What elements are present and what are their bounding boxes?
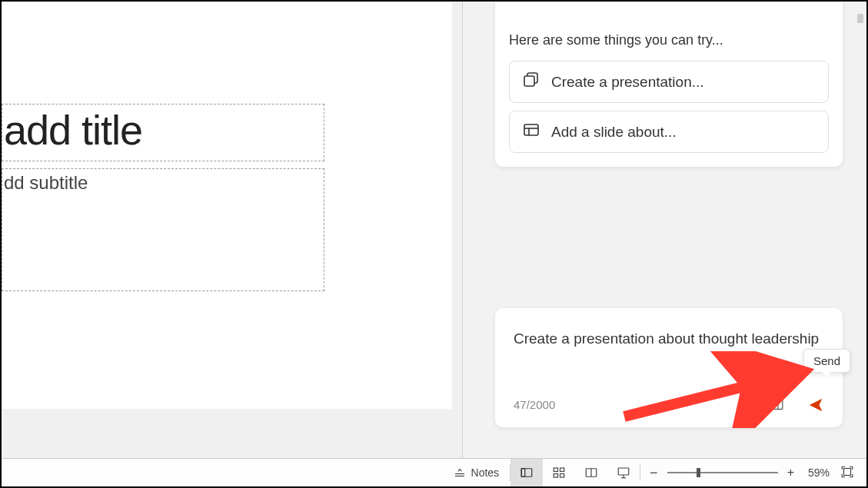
normal-view-icon <box>520 466 534 480</box>
slide-subtitle-placeholder[interactable]: dd subtitle <box>2 168 324 291</box>
status-bar: Notes − + 59% <box>2 458 866 486</box>
slide-title-placeholder[interactable]: add title <box>2 104 324 161</box>
view-reading-button[interactable] <box>575 459 607 486</box>
book-icon[interactable] <box>770 396 786 413</box>
svg-rect-15 <box>560 474 564 478</box>
copilot-input-card: Send Create a presentation about thought… <box>495 308 843 427</box>
svg-rect-2 <box>524 124 538 135</box>
pages-icon <box>522 71 540 93</box>
svg-rect-11 <box>521 469 525 477</box>
notes-icon <box>453 466 467 480</box>
zoom-percentage[interactable]: 59% <box>808 466 830 479</box>
slideshow-icon <box>617 466 630 480</box>
panel-scrollbar[interactable] <box>856 5 865 455</box>
svg-rect-10 <box>521 469 532 477</box>
copilot-suggestions-card: Here are some things you can try... Crea… <box>495 0 843 167</box>
view-sorter-button[interactable] <box>543 459 575 486</box>
suggestion-create-presentation[interactable]: Create a presentation... <box>509 61 829 103</box>
suggestion-label: Add a slide about... <box>551 124 677 141</box>
view-slideshow-button[interactable] <box>607 459 640 486</box>
zoom-slider-thumb[interactable] <box>697 468 700 477</box>
notes-button[interactable]: Notes <box>442 459 510 486</box>
copilot-intro-text: Here are some things you can try... <box>509 32 829 48</box>
slide-canvas[interactable]: add title dd subtitle <box>2 2 452 409</box>
send-button[interactable] <box>807 397 824 413</box>
copilot-input-footer: 47/2000 <box>514 396 824 413</box>
fit-to-window-button[interactable] <box>836 465 859 481</box>
svg-rect-13 <box>560 468 564 472</box>
suggestion-label: Create a presentation... <box>551 74 704 91</box>
suggestion-add-slide[interactable]: Add a slide about... <box>509 111 829 153</box>
slide-editor-area: add title dd subtitle <box>2 2 463 458</box>
sorter-view-icon <box>552 466 566 480</box>
svg-rect-12 <box>554 468 557 472</box>
send-tooltip: Send <box>803 349 850 373</box>
svg-rect-14 <box>554 474 557 478</box>
svg-rect-1 <box>524 76 534 86</box>
view-normal-button[interactable] <box>510 459 543 486</box>
zoom-controls: − + 59% <box>640 465 836 481</box>
notes-label: Notes <box>471 466 500 479</box>
zoom-slider[interactable] <box>667 472 778 473</box>
svg-rect-18 <box>618 468 629 475</box>
copilot-prompt-input[interactable]: Create a presentation about thought lead… <box>514 328 824 374</box>
slide-icon <box>522 121 540 143</box>
reading-view-icon <box>584 466 598 480</box>
scrollbar-thumb[interactable] <box>857 14 863 23</box>
zoom-out-button[interactable]: − <box>647 465 661 481</box>
zoom-in-button[interactable]: + <box>784 466 797 480</box>
svg-rect-21 <box>844 468 851 475</box>
char-counter: 47/2000 <box>514 398 770 411</box>
copilot-panel: Here are some things you can try... Crea… <box>463 2 866 458</box>
fit-icon <box>840 465 854 479</box>
